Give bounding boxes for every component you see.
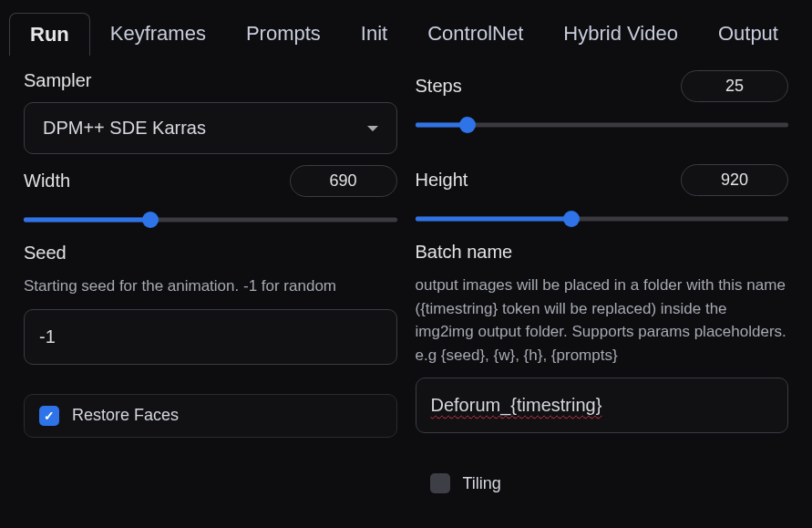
tab-run[interactable]: Run [9, 13, 90, 56]
batch-name-desc: output images will be placed in a folder… [416, 274, 789, 367]
sampler-dropdown[interactable]: DPM++ SDE Karras [24, 102, 397, 154]
restore-faces-label: Restore Faces [72, 406, 179, 425]
restore-faces-checkbox[interactable]: ✓ Restore Faces [24, 394, 397, 438]
tab-init[interactable]: Init [341, 13, 407, 56]
seed-label: Seed [24, 243, 397, 264]
sampler-label: Sampler [24, 70, 397, 91]
batch-name-label: Batch name [416, 242, 789, 263]
tab-hybrid-video[interactable]: Hybrid Video [543, 13, 698, 56]
seed-desc: Starting seed for the animation. -1 for … [24, 274, 397, 298]
checkbox-checked-icon: ✓ [39, 406, 59, 426]
checkbox-unchecked-icon [430, 473, 450, 493]
width-slider[interactable] [24, 208, 397, 232]
height-label: Height [416, 170, 468, 191]
tab-controlnet[interactable]: ControlNet [407, 13, 543, 56]
tab-keyframes[interactable]: Keyframes [90, 13, 226, 56]
steps-label: Steps [416, 76, 462, 97]
height-slider[interactable] [416, 207, 789, 231]
tiling-label: Tiling [463, 474, 501, 493]
sampler-value: DPM++ SDE Karras [43, 118, 206, 139]
batch-name-input[interactable]: Deforum_{timestring} [416, 378, 789, 433]
width-input[interactable]: 690 [290, 165, 397, 197]
tab-output[interactable]: Output [698, 13, 798, 56]
tab-prompts[interactable]: Prompts [226, 13, 341, 56]
height-input[interactable]: 920 [681, 164, 788, 196]
seed-input[interactable]: -1 [24, 309, 397, 365]
steps-input[interactable]: 25 [681, 70, 788, 102]
width-label: Width [24, 171, 70, 192]
tiling-checkbox[interactable]: Tiling [416, 462, 789, 504]
tab-bar: Run Keyframes Prompts Init ControlNet Hy… [0, 13, 812, 56]
chevron-down-icon [367, 126, 378, 131]
steps-slider[interactable] [416, 113, 789, 137]
